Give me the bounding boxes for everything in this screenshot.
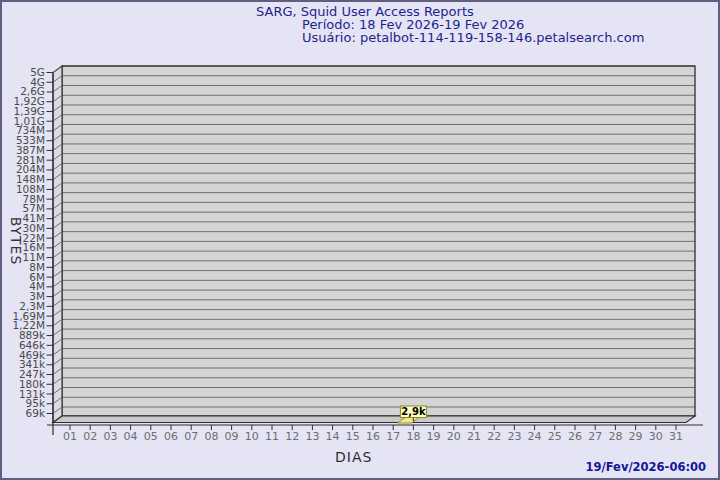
x-tick-label: 29 [629,430,643,443]
sarg-report-image: SARG, Squid User Access Reports Período:… [0,0,720,480]
x-tick-label: 30 [649,430,663,443]
x-tick-label: 18 [406,430,420,443]
x-tick-label: 20 [447,430,461,443]
x-tick-label: 26 [568,430,582,443]
x-tick-label: 11 [265,430,279,443]
x-tick-label: 16 [366,430,380,443]
value-label: 2,9k [401,406,426,417]
x-tick-label: 15 [346,430,360,443]
x-tick-label: 02 [83,430,97,443]
x-tick-label: 17 [386,430,400,443]
x-tick-label: 27 [588,430,602,443]
x-tick-label: 03 [103,430,117,443]
y-tick-label: 69k [26,407,46,419]
plot-floor [53,416,695,423]
x-tick-label: 08 [204,430,218,443]
x-tick-label: 01 [63,430,77,443]
x-tick-label: 25 [548,430,562,443]
x-tick-label: 12 [285,430,299,443]
x-tick-label: 07 [184,430,198,443]
x-tick-label: 28 [608,430,622,443]
x-tick-label: 24 [528,430,542,443]
generation-timestamp: 19/Fev/2026-06:00 [586,460,706,474]
x-tick-label: 06 [164,430,178,443]
x-tick-label: 04 [124,430,138,443]
x-tick-label: 14 [326,430,340,443]
x-tick-label: 05 [144,430,158,443]
chart-plot-area: 5G4G2,6G1,92G1,39G1,01G734M533M387M281M2… [2,2,720,480]
x-tick-label: 13 [305,430,319,443]
x-tick-label: 22 [487,430,501,443]
x-tick-label: 23 [507,430,521,443]
x-axis-title: DIAS [335,449,372,465]
x-tick-label: 19 [427,430,441,443]
x-tick-label: 10 [245,430,259,443]
x-tick-label: 09 [225,430,239,443]
x-tick-label: 31 [669,430,683,443]
x-tick-label: 21 [467,430,481,443]
